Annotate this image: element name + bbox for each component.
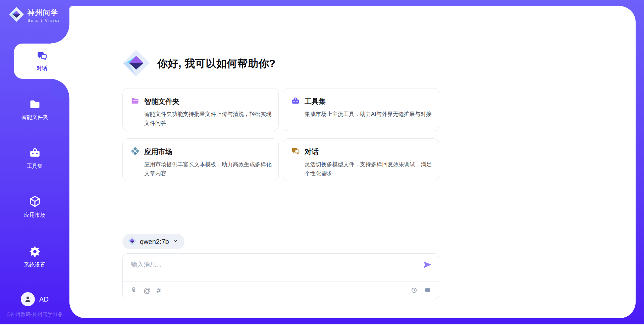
brand: 神州问学 Smart Vision <box>9 7 61 23</box>
card-description: 灵活切换多模型文件，支持多样回复效果调试，满足个性化需求 <box>305 160 433 178</box>
gear-icon <box>29 246 41 259</box>
card-chat[interactable]: 对话 灵活切换多模型文件，支持多样回复效果调试，满足个性化需求 <box>283 138 439 181</box>
user-name: AD <box>39 296 49 303</box>
card-description: 智能文件夹功能支持批量文件上传与清洗，轻松实现文件问答 <box>144 110 272 127</box>
feature-cards: 智能文件夹 智能文件夹功能支持批量文件上传与清洗，轻松实现文件问答 工具集 集成… <box>122 88 439 181</box>
sidebar-item-label: 工具集 <box>27 163 43 170</box>
sidebar-item-app-market[interactable]: 应用市场 <box>0 195 69 219</box>
model-selector[interactable]: qwen2:7b <box>122 234 184 249</box>
brand-title: 神州问学 <box>28 8 61 17</box>
chat-bubble-icon[interactable] <box>424 287 431 294</box>
card-app-market[interactable]: 应用市场 应用市场提供丰富长文本模板，助力高效生成多样化文章内容 <box>122 138 279 181</box>
avatar <box>21 292 35 306</box>
mention-icon[interactable]: @ <box>144 287 151 294</box>
sidebar-item-label: 对话 <box>37 65 47 72</box>
sidebar-item-smart-folder[interactable]: 智能文件夹 <box>0 98 69 121</box>
sidebar-item-toolbox[interactable]: 工具集 <box>0 147 69 170</box>
folder-icon <box>29 98 41 111</box>
card-smart-folder[interactable]: 智能文件夹 智能文件夹功能支持批量文件上传与清洗，轻松实现文件问答 <box>122 88 279 131</box>
card-description: 应用市场提供丰富长文本模板，助力高效生成多样化文章内容 <box>144 160 272 178</box>
tab-curve-bottom <box>51 79 69 97</box>
greeting-diamond-icon <box>122 49 150 78</box>
chevron-down-icon <box>172 238 178 245</box>
composer-toolbar: @ # <box>123 281 439 299</box>
main-content: 你好, 我可以如何帮助你? 智能文件夹 智能文件夹功能支持批量文件上传与清洗，轻… <box>122 0 439 299</box>
greeting-title: 你好, 我可以如何帮助你? <box>157 57 276 71</box>
sidebar-item-label: 智能文件夹 <box>21 114 48 121</box>
hashtag-icon[interactable]: # <box>157 287 161 294</box>
sidebar-item-label: 应用市场 <box>24 212 46 219</box>
model-diamond-icon <box>128 237 137 247</box>
brand-logo-diamond-icon <box>9 7 24 23</box>
folder-open-icon <box>131 96 140 107</box>
send-icon[interactable] <box>423 260 432 269</box>
chat-bubbles-icon <box>37 51 47 63</box>
user-account[interactable]: AD <box>0 292 69 306</box>
message-composer: @ # <box>122 253 439 299</box>
sidebar-item-settings[interactable]: 系统设置 <box>0 246 69 269</box>
message-input[interactable] <box>131 260 406 279</box>
greeting: 你好, 我可以如何帮助你? <box>122 49 439 78</box>
card-title: 应用市场 <box>144 147 172 156</box>
grid-cube-icon <box>131 147 140 157</box>
history-icon[interactable] <box>411 287 418 294</box>
card-toolbox[interactable]: 工具集 集成市场上主流工具，助力AI与外界无缝扩展与对接 <box>283 88 439 131</box>
card-title: 智能文件夹 <box>144 97 179 106</box>
tab-curve-top <box>51 25 69 44</box>
card-description: 集成市场上主流工具，助力AI与外界无缝扩展与对接 <box>305 110 433 119</box>
brand-subtitle: Smart Vision <box>28 18 61 22</box>
sidebar-item-chat[interactable]: 对话 <box>14 44 70 79</box>
model-name: qwen2:7b <box>140 238 169 246</box>
toolbox-icon <box>291 96 300 107</box>
attachment-icon[interactable] <box>130 287 138 294</box>
sidebar: 神州问学 Smart Vision 对话 智能文件夹 <box>0 0 69 325</box>
cube-icon <box>29 195 41 209</box>
chat-bubbles-icon <box>291 147 300 157</box>
sidebar-item-label: 系统设置 <box>24 262 46 269</box>
toolbox-icon <box>29 147 41 160</box>
copyright-text: ©神州数码·神州问学出品 <box>0 311 69 318</box>
card-title: 对话 <box>305 147 319 156</box>
card-title: 工具集 <box>305 97 326 106</box>
